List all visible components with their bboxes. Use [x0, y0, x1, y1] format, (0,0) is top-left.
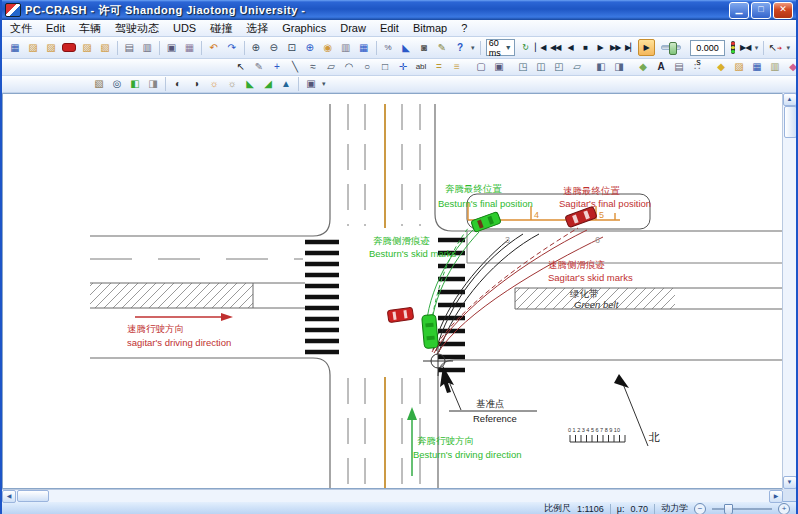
- open-drawing-icon[interactable]: ▨: [731, 60, 747, 74]
- values-table-icon[interactable]: ▦: [356, 41, 372, 55]
- stop-icon[interactable]: ■: [578, 40, 593, 55]
- scroll-up-icon[interactable]: ▲: [783, 93, 797, 106]
- zoom-window-icon[interactable]: ⊡: [284, 41, 300, 55]
- flag-icon[interactable]: ◣: [398, 41, 414, 55]
- box-3d-icon[interactable]: ◨: [611, 60, 627, 74]
- select-arrow-icon[interactable]: ↖: [233, 60, 249, 74]
- zoom-fit-icon[interactable]: ⊕: [302, 41, 318, 55]
- brightness-up-icon[interactable]: ☼: [206, 77, 222, 91]
- menu-graphics[interactable]: Graphics: [282, 22, 326, 34]
- sagitar-vehicle[interactable]: [387, 307, 413, 322]
- menu-bitmap[interactable]: Bitmap: [413, 22, 447, 34]
- move-icon[interactable]: +: [269, 60, 285, 74]
- layers-icon[interactable]: ▤: [671, 60, 687, 74]
- scroll-right-icon[interactable]: ▶: [769, 490, 783, 503]
- continuous-play-icon[interactable]: ▶: [638, 39, 655, 56]
- ungroup-icon[interactable]: ▣: [491, 60, 507, 74]
- rotate-object-icon[interactable]: ◳: [515, 60, 531, 74]
- horizontal-scroll-thumb[interactable]: [17, 490, 49, 502]
- status-zoom-slider[interactable]: [712, 508, 772, 510]
- vertical-scroll-thumb[interactable]: [784, 106, 797, 138]
- polygon-tool-icon[interactable]: ▱: [323, 60, 339, 74]
- menu-file[interactable]: 文件: [10, 21, 32, 36]
- brightness-down-icon[interactable]: ☼: [224, 77, 240, 91]
- camera-icon[interactable]: ◙: [416, 41, 432, 55]
- menu-impact[interactable]: 碰撞: [210, 21, 232, 36]
- pencil-scale-icon[interactable]: ✎: [434, 41, 450, 55]
- menu-help[interactable]: ?: [461, 22, 467, 34]
- play-icon[interactable]: ▶: [593, 40, 608, 55]
- vehicle-database-icon[interactable]: [61, 41, 77, 55]
- rotate-image-left-icon[interactable]: ◣: [242, 77, 258, 91]
- traffic-light-icon[interactable]: [731, 41, 735, 54]
- save-drawing-icon[interactable]: ▦: [749, 60, 765, 74]
- paste-icon[interactable]: ▦: [181, 41, 197, 55]
- scroll-down-icon[interactable]: ▼: [783, 476, 797, 489]
- line-tool-icon[interactable]: ╲: [287, 60, 303, 74]
- fast-back-icon[interactable]: ◀◀: [548, 40, 563, 55]
- skip-end-icon[interactable]: ▶▏: [623, 40, 638, 55]
- undo-icon[interactable]: ↶: [206, 41, 222, 55]
- bring-front-icon[interactable]: ◧: [127, 77, 143, 91]
- zoom-in-icon[interactable]: ⊕: [248, 41, 264, 55]
- zoom-out-icon[interactable]: ⊖: [266, 41, 282, 55]
- image-properties-icon[interactable]: ▣: [303, 77, 319, 91]
- status-zoom-out-icon[interactable]: −: [694, 503, 706, 514]
- horizontal-scrollbar[interactable]: ◀ ▶: [2, 489, 783, 502]
- report-icon[interactable]: ▥: [338, 41, 354, 55]
- group-icon[interactable]: ▢: [473, 60, 489, 74]
- mirror-object-icon[interactable]: ◫: [533, 60, 549, 74]
- copy-icon[interactable]: ▣: [163, 41, 179, 55]
- attach-drawing-icon[interactable]: ◆: [713, 60, 729, 74]
- menu-dynamics[interactable]: 驾驶动态: [115, 21, 159, 36]
- extrude-3d-icon[interactable]: ◧: [593, 60, 609, 74]
- open-pre-file-icon[interactable]: ▨: [25, 41, 41, 55]
- toolbar-overflow-icon[interactable]: ▾: [471, 44, 475, 52]
- text-style-icon[interactable]: A: [653, 60, 669, 74]
- help-icon[interactable]: ?: [452, 41, 468, 55]
- menu-edit[interactable]: Edit: [46, 22, 65, 34]
- maximize-button[interactable]: □: [751, 2, 771, 19]
- friction-patch-icon[interactable]: ▧: [91, 77, 107, 91]
- parallel-lines-icon[interactable]: =: [431, 60, 447, 74]
- step-back-icon[interactable]: ◀: [563, 40, 578, 55]
- print-icon[interactable]: ▤: [121, 41, 137, 55]
- binoculars-icon[interactable]: ◎: [109, 77, 125, 91]
- send-back-icon[interactable]: ◨: [145, 77, 161, 91]
- pointer-toolbar-overflow-icon[interactable]: ▾: [786, 44, 790, 52]
- vertical-scrollbar[interactable]: ▲ ▼: [782, 93, 796, 489]
- measure-points-icon[interactable]: ∷: [689, 60, 705, 74]
- arc-tool-icon[interactable]: ◠: [341, 60, 357, 74]
- status-zoom-in-icon[interactable]: +: [778, 503, 790, 514]
- road-marking-icon[interactable]: ≡: [449, 60, 465, 74]
- simulation-reset-icon[interactable]: ↻: [518, 40, 533, 55]
- minimize-button[interactable]: ▁: [729, 2, 749, 19]
- fast-forward-icon[interactable]: ▶▶: [608, 40, 623, 55]
- point-tool-icon[interactable]: ✛: [395, 60, 411, 74]
- skip-start-icon[interactable]: ▏◀: [533, 40, 548, 55]
- print-preview-icon[interactable]: ▥: [139, 41, 155, 55]
- menu-vehicle[interactable]: 车辆: [79, 21, 101, 36]
- scale-percent-icon[interactable]: %: [380, 41, 396, 55]
- text-tool-icon[interactable]: abl: [413, 60, 429, 74]
- notebook-icon[interactable]: ▥: [767, 60, 783, 74]
- time-slider-thumb[interactable]: [669, 42, 677, 55]
- contrast-up-icon[interactable]: ◐: [170, 77, 186, 91]
- save-icon[interactable]: ▦: [7, 41, 23, 55]
- edit-points-icon[interactable]: ✎: [251, 60, 267, 74]
- chart-icon[interactable]: ◆: [785, 60, 798, 74]
- bitmap-overflow-icon[interactable]: ▾: [322, 80, 326, 88]
- pan-hand-icon[interactable]: ◉: [320, 41, 336, 55]
- time-step-combo[interactable]: 60 ms ▼: [486, 39, 515, 56]
- sagitar-final-vehicle[interactable]: [565, 206, 597, 228]
- open-project-icon[interactable]: ▨: [79, 41, 95, 55]
- offset-object-icon[interactable]: ▱: [569, 60, 585, 74]
- rotate-image-right-icon[interactable]: ◢: [260, 77, 276, 91]
- menu-edit2[interactable]: Edit: [380, 22, 399, 34]
- contrast-down-icon[interactable]: ◑: [188, 77, 204, 91]
- close-button[interactable]: ✕: [773, 2, 793, 19]
- besturn-vehicle[interactable]: [422, 314, 439, 348]
- rectangle-tool-icon[interactable]: □: [377, 60, 393, 74]
- time-slider[interactable]: [661, 45, 682, 50]
- circle-tool-icon[interactable]: ○: [359, 60, 375, 74]
